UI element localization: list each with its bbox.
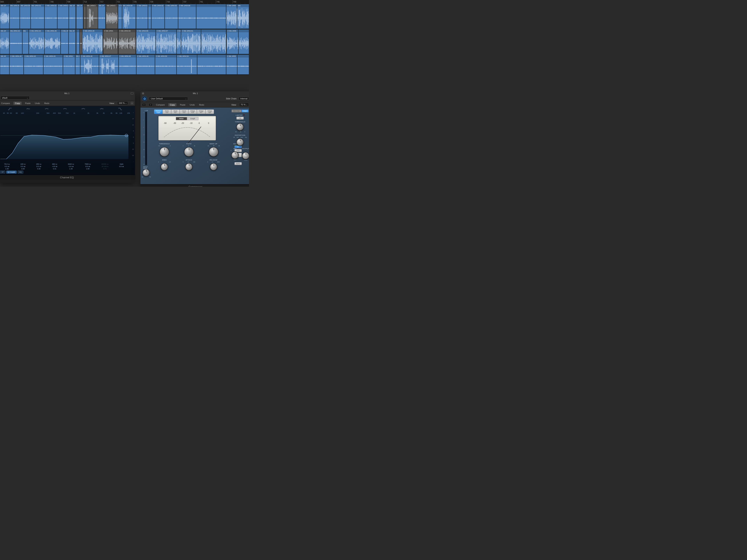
paste-button[interactable]: Paste bbox=[179, 103, 186, 106]
timeline-ruler[interactable]: 6936977017057097137177217257297337377417… bbox=[0, 0, 249, 4]
audio-region[interactable]: Mic 1#04.63 bbox=[165, 4, 178, 29]
audio-region[interactable]: Mic 4#04.46 bbox=[80, 55, 99, 75]
mix-knob[interactable] bbox=[231, 152, 239, 159]
redo-button[interactable]: Redo bbox=[198, 103, 205, 106]
link-icon[interactable]: ⚭ bbox=[131, 102, 133, 105]
audio-region[interactable] bbox=[76, 29, 80, 54]
audio-region[interactable]: Mic 2#05 bbox=[227, 29, 238, 54]
audio-region[interactable]: Mic 2#04.45 bbox=[45, 29, 60, 54]
audio-region[interactable]: Mic 2#04. bbox=[103, 29, 118, 54]
audio-region[interactable]: Mic 1# bbox=[76, 4, 83, 29]
eq-master-gain[interactable]: Gain0.0 dB bbox=[119, 163, 124, 173]
audio-region[interactable]: Mic 1#04.53 bbox=[57, 4, 69, 29]
copy-button[interactable]: Copy bbox=[168, 103, 176, 106]
copy-button[interactable]: Copy bbox=[14, 102, 22, 105]
audio-region[interactable] bbox=[197, 55, 226, 75]
eq-band-icon[interactable] bbox=[100, 108, 104, 110]
audio-region[interactable]: Mic 4#04.50 bbox=[155, 55, 176, 75]
make up-knob[interactable] bbox=[209, 147, 218, 157]
distortion-knob[interactable] bbox=[236, 138, 244, 146]
eq-band-params[interactable]: 2640 Hz-1.6 dB1.40 bbox=[68, 163, 74, 173]
undo-button[interactable]: Undo bbox=[189, 103, 196, 106]
eq-st-button[interactable]: ST bbox=[0, 170, 5, 174]
release-knob[interactable] bbox=[210, 163, 217, 170]
comp-type-button[interactable]: VintageFET bbox=[197, 109, 205, 114]
audio-region[interactable]: Mic 4#04. bbox=[63, 55, 75, 75]
audio-region[interactable]: Mic 1#04.49 bbox=[9, 4, 20, 29]
audio-region[interactable]: Mic 1#04.61 bbox=[136, 4, 148, 29]
meter-tab[interactable]: Meter bbox=[176, 117, 187, 120]
audio-region[interactable]: Mic 1#04.66 bbox=[178, 4, 196, 29]
audio-region[interactable]: Mic 2#04.44 bbox=[29, 29, 44, 54]
paste-button[interactable]: Paste bbox=[24, 102, 31, 105]
ratio-knob[interactable] bbox=[184, 147, 194, 157]
audio-region[interactable] bbox=[80, 29, 82, 54]
audio-region[interactable] bbox=[84, 4, 86, 29]
audio-region[interactable]: M bbox=[118, 4, 122, 29]
audio-region[interactable]: Mic bbox=[237, 4, 249, 29]
audio-region[interactable] bbox=[148, 4, 151, 29]
attack-knob[interactable] bbox=[185, 163, 192, 170]
comp-type-button[interactable]: StudioVCA bbox=[163, 109, 171, 114]
audio-region[interactable]: Mic 2#04.57 bbox=[156, 29, 176, 54]
comp-type-button[interactable]: ClassicVCA bbox=[180, 109, 188, 114]
limiter-on-button[interactable]: ON bbox=[236, 117, 244, 119]
audio-region[interactable]: M bbox=[177, 29, 181, 54]
audio-region[interactable]: Mic 2# bbox=[0, 29, 9, 54]
audio-region[interactable]: Mic 4#04.42 bbox=[24, 55, 43, 75]
comp-type-button[interactable]: VintageVCA bbox=[188, 109, 197, 114]
audio-region[interactable]: Mic 2#04.55 bbox=[136, 29, 156, 54]
sidechain-select[interactable]: Internal bbox=[239, 97, 249, 100]
comp-titlebar[interactable]: Mic 1 bbox=[140, 91, 249, 95]
undo-button[interactable]: Undo bbox=[34, 102, 41, 105]
audio-region[interactable]: Mic 2#04.61 bbox=[181, 29, 201, 54]
eq-titlebar[interactable]: Mic 1 bbox=[0, 91, 135, 95]
eq-graph[interactable] bbox=[0, 112, 128, 162]
audio-region[interactable]: Mic 1#04.52 bbox=[45, 4, 57, 29]
output-tab[interactable]: Output bbox=[241, 109, 249, 112]
audio-region[interactable]: Mic bbox=[22, 29, 29, 54]
eq-band-params[interactable]: 492 Hz-4.8 dB0.41 bbox=[52, 163, 57, 173]
next-button[interactable]: › bbox=[149, 103, 153, 106]
audio-region[interactable]: Mic 1# bbox=[69, 4, 76, 29]
eq-band-params[interactable]: 20000 Hz24 dB/Oct0.71 bbox=[101, 163, 108, 173]
audio-region[interactable]: Mic 4#04.40 bbox=[9, 55, 24, 75]
threshold-knob[interactable] bbox=[159, 147, 169, 157]
audio-region[interactable] bbox=[238, 29, 249, 54]
audio-region[interactable]: Mic 1#05 bbox=[226, 4, 237, 29]
graph-tab[interactable]: Graph bbox=[187, 117, 199, 120]
eq-band-icon[interactable] bbox=[26, 108, 30, 110]
comp-type-button[interactable]: VintageOpto bbox=[205, 109, 214, 114]
audio-region[interactable]: Mic 1#04.62 bbox=[151, 4, 164, 29]
audio-region[interactable] bbox=[237, 55, 249, 75]
audio-region[interactable]: Mic 2#04.42 bbox=[9, 29, 22, 54]
comp-zoom-select[interactable]: 75 % ⌵ bbox=[239, 103, 249, 107]
comp-preset-select[interactable]: User Default bbox=[149, 97, 188, 100]
eq-band-icon[interactable] bbox=[63, 108, 67, 110]
expand-icon[interactable] bbox=[131, 92, 133, 95]
audio-region[interactable]: Mic 1#04.5 bbox=[106, 4, 118, 29]
eq-hq-button[interactable]: HQ bbox=[18, 170, 23, 174]
audio-region[interactable]: Mic 1#04.5 bbox=[86, 4, 98, 29]
audio-region[interactable]: Mic 1# bbox=[0, 4, 9, 29]
audio-region[interactable]: Mic 1#04.60 bbox=[122, 4, 136, 29]
eq-band-params[interactable]: 7500 Hz0.0 dB1.00 bbox=[85, 163, 91, 173]
output-gain-knob[interactable] bbox=[242, 152, 249, 159]
knee-knob[interactable] bbox=[161, 163, 168, 170]
eq-zoom-select[interactable]: 100 % ⌵ bbox=[117, 101, 128, 105]
audio-region[interactable]: Mic 4#04.54 bbox=[177, 55, 197, 75]
auto-release-button[interactable]: AUTO bbox=[234, 162, 242, 165]
audio-region[interactable]: Mic 1#04.51 bbox=[31, 4, 44, 29]
track[interactable]: Mic 2#Mic 2#04.42MicMic 2#04.44Mic 2#04.… bbox=[0, 29, 249, 54]
audio-region[interactable]: Mic 4#04.43 bbox=[43, 55, 63, 75]
audio-region[interactable]: Mic 2#04.49 bbox=[82, 29, 103, 54]
eq-qcouple-button[interactable]: Q-Couple bbox=[6, 170, 17, 174]
close-icon[interactable] bbox=[142, 92, 144, 95]
redo-button[interactable]: Redo bbox=[43, 102, 50, 105]
channel-eq-window[interactable]: Mic 1 efault Compare Copy Paste Undo Red… bbox=[0, 91, 135, 183]
limiter-threshold-knob[interactable] bbox=[236, 123, 244, 131]
audio-region[interactable]: Mic 2# bbox=[61, 29, 69, 54]
track[interactable]: Mic 4#Mic 4#04.40Mic 4#04.42Mic 4#04.43M… bbox=[0, 54, 249, 75]
eq-band-icon[interactable] bbox=[118, 108, 122, 110]
sidechain-tab[interactable]: Side Chain bbox=[231, 109, 241, 112]
